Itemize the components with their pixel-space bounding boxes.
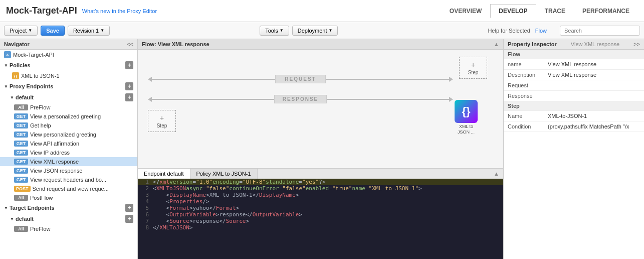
toolbar: Project ▼ Save Revision 1 ▼ Tools ▼ Depl… xyxy=(0,22,644,39)
sidebar-item-target-preflow[interactable]: All PreFlow xyxy=(0,224,137,233)
step-box-top[interactable]: + Step xyxy=(459,57,487,79)
arrow-right2-icon xyxy=(449,97,453,102)
save-button[interactable]: Save xyxy=(41,26,65,36)
tab-policy-xml[interactable]: Policy XML to JSON-1 xyxy=(190,169,258,179)
sidebar-item-view-ip-address[interactable]: GET View IP address xyxy=(0,148,137,157)
prop-row-name: name View XML response xyxy=(504,59,644,70)
code-scroll-up[interactable]: ▲ xyxy=(490,169,503,179)
api-icon: A xyxy=(4,51,11,58)
policy-node-xml-to-json[interactable]: {} XML to JSON ... xyxy=(453,100,479,135)
flow-canvas[interactable]: + Step REQUEST RESPONSE + xyxy=(138,50,503,168)
badge-get: GET xyxy=(14,177,28,183)
triangle-icon: ▼ xyxy=(4,63,8,68)
code-line-3: 3 <DisplayName>XML to JSON-1</DisplayNam… xyxy=(138,192,503,198)
flow-section-header: Flow xyxy=(504,50,644,59)
flow-scroll-up[interactable]: ▲ xyxy=(494,41,499,47)
sidebar-item-preflow[interactable]: All PreFlow xyxy=(0,103,137,112)
default-endpoint-label[interactable]: ▼ default xyxy=(10,94,34,100)
property-inspector-subtitle: View XML response xyxy=(571,41,619,47)
right-panel: Property Inspector View XML response >> … xyxy=(504,39,644,259)
prop-row-description: Description View XML response xyxy=(504,70,644,80)
prop-request-value[interactable] xyxy=(544,80,644,91)
search-input[interactable] xyxy=(560,26,640,36)
sidebar-item-view-api-affirmation[interactable]: GET View API affirmation xyxy=(0,139,137,148)
target-endpoints-label[interactable]: ▼ Target Endpoints xyxy=(4,205,55,211)
sidebar-item-postflow[interactable]: All PostFlow xyxy=(0,193,137,202)
flow-link[interactable]: Flow xyxy=(535,28,547,34)
sidebar-item-view-xml-response[interactable]: GET View XML response xyxy=(0,157,137,166)
top-nav: OVERVIEW DEVELOP TRACE PERFORMANCE xyxy=(441,4,638,18)
project-button[interactable]: Project ▼ xyxy=(4,26,38,36)
prop-step-name-value[interactable]: XML-to-JSON-1 xyxy=(544,111,644,121)
sidebar-item-send-request[interactable]: POST Send request and view reque... xyxy=(0,184,137,193)
plus-icon: + xyxy=(471,61,475,69)
code-line-6: 6 <OutputVariable>response</OutputVariab… xyxy=(138,211,503,218)
add-target-endpoint-button[interactable]: + xyxy=(125,204,133,212)
arrow-right-icon xyxy=(449,77,453,82)
code-area[interactable]: 1 <?xml version="1.0" encoding="UTF-8" s… xyxy=(138,179,503,259)
sidebar: Navigator << A Mock-Target-API ▼ Policie… xyxy=(0,39,138,259)
request-label: REQUEST xyxy=(275,75,325,83)
center-panel: Flow: View XML response ▲ + Step REQUEST xyxy=(138,39,504,259)
badge-post: POST xyxy=(14,186,31,192)
flow-tabs: Endpoint default Policy XML to JSON-1 ▲ xyxy=(138,168,503,179)
plus-icon: + xyxy=(160,114,164,122)
policy-icon: {} xyxy=(12,72,19,79)
tab-overview[interactable]: OVERVIEW xyxy=(441,4,490,18)
response-label: RESPONSE xyxy=(274,95,327,103)
prop-row-step-name: Name XML-to-JSON-1 xyxy=(504,111,644,121)
badge-get: GET xyxy=(14,150,28,156)
step-box-bottom[interactable]: + Step xyxy=(148,110,176,132)
policies-label[interactable]: ▼ Policies xyxy=(4,62,31,68)
proxy-endpoints-label[interactable]: ▼ Proxy Endpoints xyxy=(4,83,53,89)
sidebar-section-proxy-endpoints: ▼ Proxy Endpoints + xyxy=(0,81,137,92)
sidebar-item-api-root[interactable]: A Mock-Target-API xyxy=(0,50,137,60)
request-line xyxy=(152,79,275,80)
policy-node-label: XML to JSON ... xyxy=(453,124,479,135)
add-policy-button[interactable]: + xyxy=(125,61,133,69)
top-header: Mock-Target-API What's new in the Proxy … xyxy=(0,0,644,22)
property-table: Flow name View XML response Description … xyxy=(504,50,644,132)
badge-get: GET xyxy=(14,122,28,128)
sidebar-item-get-help[interactable]: GET Get help xyxy=(0,121,137,130)
sidebar-item-view-personalized-greeting2[interactable]: GET View personalized greeting xyxy=(0,130,137,139)
request-track: REQUEST xyxy=(148,75,453,83)
code-line-1: 1 <?xml version="1.0" encoding="UTF-8" s… xyxy=(138,179,503,185)
tab-endpoint-default[interactable]: Endpoint default xyxy=(138,169,190,179)
prop-condition-value[interactable]: (proxy.pathsuffix MatchesPath "/x xyxy=(544,121,644,132)
response-track: RESPONSE xyxy=(148,95,453,103)
sidebar-item-policy-xml-to-json[interactable]: {} XML to JSON-1 xyxy=(0,71,137,81)
right-panel-expand-button[interactable]: >> xyxy=(633,41,640,47)
prop-response-value[interactable] xyxy=(544,91,644,101)
code-line-2: 2 <XMLToJSON async="false" continueOnErr… xyxy=(138,185,503,192)
prop-name-value[interactable]: View XML response xyxy=(544,59,644,70)
add-target-flow-button[interactable]: + xyxy=(125,215,133,223)
add-proxy-endpoint-button[interactable]: + xyxy=(125,82,133,90)
deployment-button[interactable]: Deployment ▼ xyxy=(292,26,338,36)
sidebar-collapse-button[interactable]: << xyxy=(127,41,133,47)
whats-new-link[interactable]: What's new in the Proxy Editor xyxy=(82,8,157,14)
chevron-down-icon: ▼ xyxy=(328,28,332,33)
property-inspector-title: Property Inspector xyxy=(508,41,557,47)
prop-desc-value[interactable]: View XML response xyxy=(544,70,644,80)
tab-performance[interactable]: PERFORMANCE xyxy=(574,4,638,18)
right-header: Property Inspector View XML response >> xyxy=(504,39,644,50)
chevron-down-icon: ▼ xyxy=(280,28,284,33)
sidebar-item-view-request-headers[interactable]: GET View request headers and bo... xyxy=(0,175,137,184)
tab-develop[interactable]: DEVELOP xyxy=(490,4,536,18)
sidebar-item-view-json-response[interactable]: GET View JSON response xyxy=(0,166,137,175)
response-line xyxy=(152,99,274,100)
arrow-left2-icon xyxy=(148,97,152,102)
badge-all: All xyxy=(14,195,28,201)
tools-button[interactable]: Tools ▼ xyxy=(260,26,289,36)
response-line2 xyxy=(327,99,449,100)
code-line-4: 4 <Properties/> xyxy=(138,198,503,205)
add-flow-button[interactable]: + xyxy=(125,93,133,101)
sidebar-item-view-personalized-greeting[interactable]: GET View a personalized greeting xyxy=(0,112,137,121)
badge-get: GET xyxy=(14,113,28,119)
main-layout: Navigator << A Mock-Target-API ▼ Policie… xyxy=(0,39,644,259)
target-default-label[interactable]: ▼ default xyxy=(10,216,34,222)
tab-trace[interactable]: TRACE xyxy=(536,4,574,18)
flow-title: Flow: View XML response xyxy=(142,41,209,47)
revision-button[interactable]: Revision 1 ▼ xyxy=(68,26,110,36)
